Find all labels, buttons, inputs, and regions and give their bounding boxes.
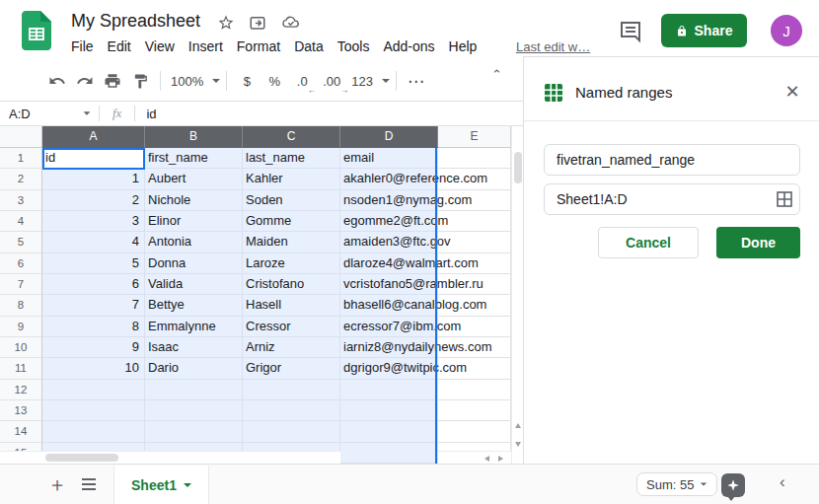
collapse-toolbar-icon[interactable]: ⌃ <box>491 67 502 82</box>
format-percent-button[interactable]: % <box>261 67 288 95</box>
cell-D14[interactable] <box>340 421 438 442</box>
menu-data[interactable]: Data <box>287 38 331 54</box>
menu-view[interactable]: View <box>138 38 182 54</box>
redo-icon[interactable] <box>71 67 99 95</box>
vertical-scrollbar-thumb[interactable] <box>514 152 522 183</box>
menu-tools[interactable]: Tools <box>331 38 377 54</box>
decrease-decimal-button[interactable]: .0← <box>288 67 316 95</box>
range-reference-input[interactable] <box>544 183 800 215</box>
document-title[interactable]: My Spreadsheet <box>71 11 200 32</box>
more-toolbar-button[interactable]: ⋯ <box>403 67 430 95</box>
zoom-select[interactable]: 100% <box>167 67 220 95</box>
cell-E14[interactable] <box>438 421 511 442</box>
cell-E4[interactable] <box>438 211 511 232</box>
cell-A13[interactable] <box>42 400 145 421</box>
cell-B12[interactable] <box>145 380 243 400</box>
avatar[interactable]: J <box>771 15 802 46</box>
cancel-button[interactable]: Cancel <box>598 227 699 258</box>
format-currency-button[interactable]: $ <box>233 67 261 95</box>
cell-A3[interactable]: 2 <box>42 190 145 211</box>
sum-chip[interactable]: Sum: 55 <box>636 472 717 496</box>
star-icon[interactable] <box>217 14 235 32</box>
cell-B9[interactable]: Emmalynne <box>145 317 243 337</box>
menu-help[interactable]: Help <box>442 38 484 54</box>
cell-C2[interactable]: Kahler <box>243 169 340 189</box>
cell-B5[interactable]: Antonia <box>145 232 243 252</box>
share-button[interactable]: Share <box>661 14 747 47</box>
row-header-11[interactable]: 11 <box>0 358 42 379</box>
menu-file[interactable]: File <box>64 38 101 54</box>
last-edit-link[interactable]: Last edit w… <box>516 39 590 54</box>
row-header-10[interactable]: 10 <box>0 337 42 358</box>
cell-C4[interactable]: Gomme <box>243 211 340 232</box>
cell-B7[interactable]: Valida <box>145 274 243 295</box>
cell-B1[interactable]: first_name <box>145 148 243 169</box>
cell-A14[interactable] <box>42 421 145 442</box>
paint-format-icon[interactable] <box>126 67 154 95</box>
cell-A9[interactable]: 8 <box>42 317 145 337</box>
cell-B10[interactable]: Isaac <box>145 337 243 358</box>
cell-E1[interactable] <box>438 148 511 169</box>
number-format-button[interactable]: 123 <box>347 67 390 95</box>
row-header-8[interactable]: 8 <box>0 295 42 316</box>
cell-B8[interactable]: Bettye <box>145 295 243 316</box>
sheet-tab[interactable]: Sheet1 <box>113 466 209 504</box>
cell-A10[interactable]: 9 <box>42 337 145 358</box>
cell-D15[interactable] <box>340 443 438 464</box>
cell-A12[interactable] <box>42 380 145 400</box>
row-header-12[interactable]: 12 <box>0 380 42 400</box>
cell-C7[interactable]: Cristofano <box>243 274 340 295</box>
cell-D7[interactable]: vcristofano5@rambler.ru <box>340 274 438 295</box>
column-header-D[interactable]: D <box>340 126 438 148</box>
cell-D10[interactable]: iarniz8@nydailynews.com <box>340 337 438 358</box>
done-button[interactable]: Done <box>716 227 800 258</box>
move-folder-icon[interactable] <box>248 14 267 32</box>
cell-C10[interactable]: Arniz <box>243 337 340 358</box>
menu-insert[interactable]: Insert <box>182 38 230 54</box>
collapse-panel-icon[interactable]: ‹ <box>780 472 785 492</box>
close-icon[interactable]: ✕ <box>782 81 803 103</box>
menu-edit[interactable]: Edit <box>101 38 138 54</box>
cell-D13[interactable] <box>340 400 438 421</box>
cell-C12[interactable] <box>243 380 340 400</box>
row-header-13[interactable]: 13 <box>0 400 42 421</box>
column-header-A[interactable]: A <box>42 126 145 148</box>
row-header-6[interactable]: 6 <box>0 253 42 274</box>
cell-C5[interactable]: Maiden <box>243 232 340 252</box>
print-icon[interactable] <box>99 67 126 95</box>
all-sheets-icon[interactable] <box>77 472 101 496</box>
cell-C14[interactable] <box>243 421 340 442</box>
cell-D5[interactable]: amaiden3@ftc.gov <box>340 232 438 252</box>
name-box[interactable]: A:D <box>0 102 99 125</box>
row-header-2[interactable]: 2 <box>0 169 42 189</box>
range-name-input[interactable] <box>544 144 800 176</box>
cell-B13[interactable] <box>145 400 243 421</box>
cell-E13[interactable] <box>438 400 511 421</box>
row-header-5[interactable]: 5 <box>0 232 42 252</box>
cell-D6[interactable]: dlaroze4@walmart.com <box>340 253 438 274</box>
cell-B6[interactable]: Donna <box>145 253 243 274</box>
cell-D4[interactable]: egomme2@ft.com <box>340 211 438 232</box>
vertical-scrollbar[interactable] <box>511 126 523 464</box>
select-all-corner[interactable] <box>0 126 42 148</box>
cell-B3[interactable]: Nichole <box>145 190 243 211</box>
cell-D12[interactable] <box>340 380 438 400</box>
comment-icon[interactable] <box>619 20 642 43</box>
sheets-logo-icon[interactable] <box>22 11 51 50</box>
cell-D8[interactable]: bhasell6@canalblog.com <box>340 295 438 316</box>
cell-C9[interactable]: Cressor <box>243 317 340 337</box>
cell-D1[interactable]: email <box>340 148 438 169</box>
cell-A5[interactable]: 4 <box>42 232 145 252</box>
column-header-C[interactable]: C <box>243 126 340 148</box>
menu-addons[interactable]: Add-ons <box>376 38 441 54</box>
undo-icon[interactable] <box>43 67 71 95</box>
cell-B4[interactable]: Elinor <box>145 211 243 232</box>
cell-B11[interactable]: Dario <box>145 358 243 379</box>
column-header-E[interactable]: E <box>438 126 511 148</box>
row-header-1[interactable]: 1 <box>0 148 42 169</box>
cell-C3[interactable]: Soden <box>243 190 340 211</box>
cell-C11[interactable]: Grigor <box>243 358 340 379</box>
cell-D11[interactable]: dgrigor9@twitpic.com <box>340 358 438 379</box>
cell-A2[interactable]: 1 <box>42 169 145 189</box>
menu-format[interactable]: Format <box>230 38 287 54</box>
